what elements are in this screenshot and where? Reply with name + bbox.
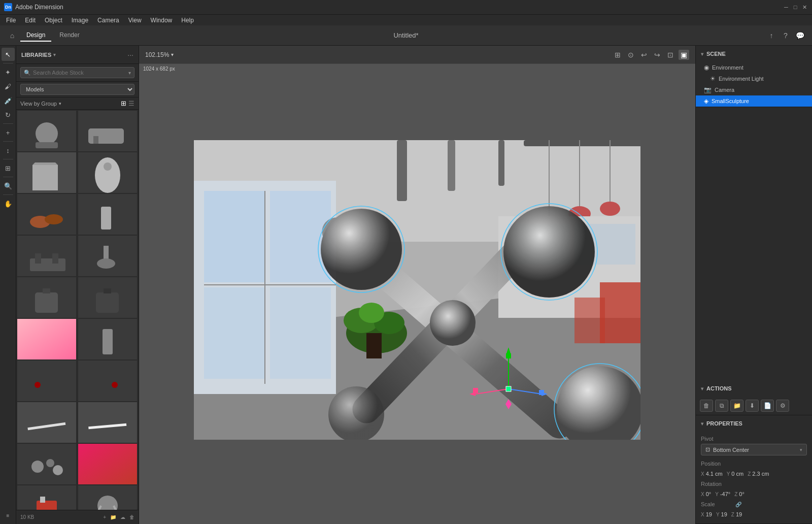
list-view-icon[interactable]: ☰ [128, 100, 134, 107]
scene-item-environment[interactable]: ◉ Environment [696, 62, 812, 73]
home-button[interactable]: ⌂ [6, 29, 18, 42]
share-button[interactable]: ↑ [765, 29, 777, 42]
library-item-17[interactable] [78, 444, 137, 484]
position-row: Position [696, 458, 812, 469]
scale-row: Scale 🔗 [696, 499, 812, 509]
pan-tool[interactable]: ✋ [2, 197, 15, 210]
paint-tool[interactable]: 🖌 [2, 80, 15, 93]
menu-item-edit[interactable]: Edit [21, 16, 40, 25]
grid-view-icon[interactable]: ⊞ [121, 100, 126, 107]
library-item-7[interactable] [78, 236, 137, 276]
library-item-9[interactable] [78, 277, 137, 318]
library-item-2[interactable] [17, 152, 76, 193]
library-item-19[interactable]: Small sculpture [78, 485, 137, 510]
settings-button[interactable]: ⚙ [776, 400, 789, 412]
scene-section-header[interactable]: ▾ SCENE [696, 46, 812, 62]
minimize-button[interactable]: ─ [783, 4, 790, 11]
zoom-dropdown-icon[interactable]: ▾ [171, 52, 174, 57]
library-item-16[interactable] [17, 444, 76, 484]
import-button[interactable]: ⬇ [746, 400, 759, 412]
libraries-more-icon[interactable]: ··· [127, 51, 133, 59]
magic-wand-tool[interactable]: ✦ [2, 66, 15, 79]
new-folder-button[interactable]: 📁 [110, 514, 116, 520]
library-item-14[interactable] [17, 402, 76, 443]
properties-section-header[interactable]: ▾ PROPERTIES [696, 415, 812, 432]
grid-tool[interactable]: ⊞ [2, 161, 15, 175]
delete-item-button[interactable]: 🗑 [129, 514, 134, 520]
redo-icon[interactable]: ↪ [652, 50, 662, 60]
delete-button[interactable]: 🗑 [700, 400, 713, 412]
library-item-1[interactable] [78, 111, 137, 151]
svg-rect-16 [35, 292, 58, 313]
actions-buttons: 🗑 ⧉ 📁 ⬇ 📄 ⚙ [696, 397, 812, 415]
scene-item-sculpture[interactable]: ◈ SmallSculpture [696, 95, 812, 107]
library-item-6[interactable] [17, 236, 76, 276]
layers-button[interactable]: ≡ [2, 509, 15, 522]
search-tool[interactable]: 🔍 [2, 179, 15, 192]
frame-icon[interactable]: ⊡ [665, 50, 675, 60]
library-item-3[interactable] [78, 152, 137, 193]
move-tool[interactable]: ↕ [2, 144, 15, 157]
rotate-tool[interactable]: ↻ [2, 108, 15, 121]
capture-icon[interactable]: ▣ [679, 50, 689, 60]
menu-item-file[interactable]: File [2, 16, 20, 25]
position-y: Y 0 cm [727, 471, 744, 477]
tab-render[interactable]: Render [53, 29, 85, 42]
search-dropdown-icon[interactable]: ▾ [128, 70, 131, 76]
library-item-5[interactable] [78, 194, 137, 235]
cloud-icon[interactable]: ☁ [120, 514, 125, 520]
menu-item-object[interactable]: Object [41, 16, 66, 25]
pivot-select-wrap: ⊡ Bottom Center ▾ [696, 444, 812, 458]
titlebar: Dn Adobe Dimension ─ □ ✕ [0, 0, 812, 14]
menu-item-image[interactable]: Image [67, 16, 92, 25]
export-button[interactable]: 📄 [761, 400, 774, 412]
menu-item-window[interactable]: Window [147, 16, 177, 25]
window-controls[interactable]: ─ □ ✕ [783, 4, 808, 11]
transform-icon[interactable]: ⊙ [626, 50, 636, 60]
menu-item-view[interactable]: View [124, 16, 146, 25]
view-by-group-bar[interactable]: View by Group ▾ ⊞ ☰ [16, 97, 139, 110]
svg-rect-65 [498, 140, 504, 186]
grid-mode-icon[interactable]: ⊞ [613, 50, 623, 60]
zoom-control[interactable]: 102.15% ▾ [145, 51, 174, 58]
library-item-11[interactable] [78, 319, 137, 359]
scene-item-env-light[interactable]: ☀ Environment Light [696, 73, 812, 84]
svg-rect-4 [32, 165, 58, 190]
add-item-button[interactable]: + [103, 514, 106, 520]
add-tool[interactable]: + [2, 126, 15, 139]
library-item-13[interactable] [78, 361, 137, 401]
select-tool[interactable]: ↖ [2, 48, 15, 61]
library-item-10[interactable] [17, 319, 76, 359]
svg-rect-19 [104, 288, 111, 293]
group-button[interactable]: 📁 [730, 400, 743, 412]
menu-item-camera[interactable]: Camera [93, 16, 123, 25]
eyedropper-tool[interactable]: 💉 [2, 94, 15, 107]
pivot-dropdown[interactable]: ⊡ Bottom Center ▾ [701, 444, 807, 455]
filter-select[interactable]: Models Materials Lights All [20, 84, 134, 95]
menu-item-help[interactable]: Help [177, 16, 198, 25]
tool-separator-3 [3, 141, 13, 142]
viewport[interactable] [194, 140, 640, 440]
restore-button[interactable]: □ [792, 4, 799, 11]
svg-point-29 [46, 459, 54, 467]
search-input[interactable] [20, 67, 134, 78]
zoom-value: 102.15% [145, 51, 169, 58]
library-item-15[interactable] [78, 402, 137, 443]
library-item-12[interactable] [17, 361, 76, 401]
svg-rect-13 [52, 253, 58, 264]
scale-link-icon[interactable]: 🔗 [735, 502, 741, 507]
tab-design[interactable]: Design [20, 29, 51, 42]
library-item-0[interactable] [17, 111, 76, 151]
undo-icon[interactable]: ↩ [639, 50, 649, 60]
libraries-dropdown-icon[interactable]: ▾ [53, 52, 56, 57]
chat-button[interactable]: 💬 [794, 29, 806, 42]
svg-point-83 [328, 386, 384, 440]
library-item-18[interactable] [17, 485, 76, 510]
actions-section-header[interactable]: ▾ ACTIONS [696, 380, 812, 397]
close-button[interactable]: ✕ [801, 4, 808, 11]
duplicate-button[interactable]: ⧉ [715, 400, 728, 412]
scene-item-camera[interactable]: 📷 Camera [696, 84, 812, 95]
library-item-4[interactable] [17, 194, 76, 235]
library-item-8[interactable] [17, 277, 76, 318]
help-button[interactable]: ? [780, 29, 792, 42]
